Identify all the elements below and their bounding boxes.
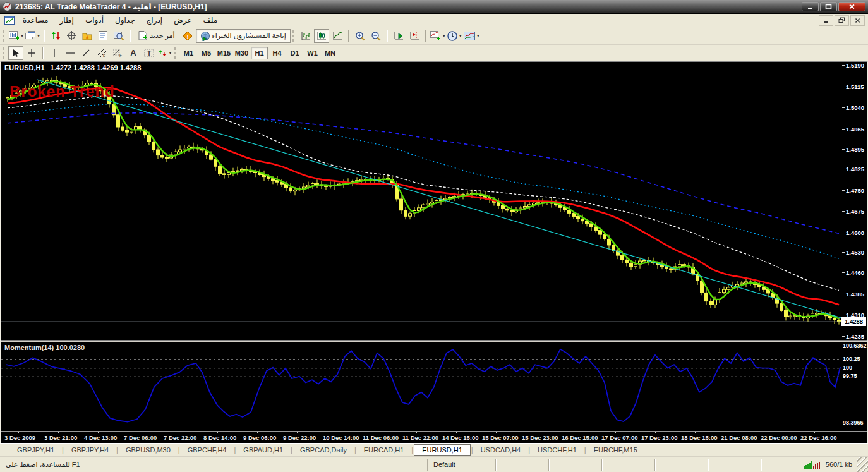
time-label: 8 Dec 14:00: [203, 434, 236, 441]
price-tick: 1.4675: [846, 208, 864, 215]
price-tick: 1.5040: [846, 104, 864, 111]
toolbar-grip[interactable]: [174, 47, 177, 59]
toolbar-grip[interactable]: [292, 30, 295, 42]
auto-scroll-button[interactable]: [391, 29, 406, 43]
toolbar-separator: [130, 30, 131, 42]
timeframe-mn[interactable]: MN: [322, 47, 339, 59]
expert-advisors-button[interactable]: إتاحة المستشارون الخبراء: [196, 29, 291, 43]
mdi-minimize-button[interactable]: [819, 15, 833, 26]
price-axis[interactable]: 1.51901.51151.50401.49651.48951.48251.47…: [841, 62, 867, 340]
mdi-restore-icon: [838, 17, 845, 23]
timeframe-m30[interactable]: M30: [233, 47, 250, 59]
chart-shift-icon: [409, 31, 419, 40]
time-tick: [178, 432, 178, 433]
menu-item[interactable]: عرض: [168, 15, 197, 26]
fibonacci-button[interactable]: F: [110, 46, 125, 60]
indicators-button[interactable]: ▾: [430, 29, 446, 43]
tab-gbpjpy-h1[interactable]: GBPJPY,H1: [10, 445, 61, 455]
menu-item[interactable]: أدوات: [80, 15, 109, 26]
timeframe-w1[interactable]: W1: [304, 47, 321, 59]
time-tick: [814, 432, 815, 433]
cursor-button[interactable]: [8, 46, 23, 60]
tab-eurchf-m15[interactable]: EURCHF,M15: [587, 445, 644, 455]
tab-gbpaud-h1[interactable]: GBPAUD,H1: [236, 445, 290, 455]
mdi-window-controls: [819, 15, 866, 26]
time-label: 4 Dec 13:00: [84, 434, 117, 441]
metaeditor-button[interactable]: !: [180, 29, 195, 43]
strategy-tester-button[interactable]: [111, 29, 126, 43]
terminal-button[interactable]: [95, 29, 111, 43]
bar-chart-button[interactable]: [298, 29, 313, 43]
time-label: 15 Dec 07:00: [482, 434, 519, 441]
chart-shift-button[interactable]: [407, 29, 422, 43]
line-chart-icon: [332, 31, 342, 40]
momentum-panel[interactable]: Momentum(14) 100.0280: [1, 342, 841, 431]
menu-item[interactable]: جداول: [109, 15, 141, 26]
text-button[interactable]: A: [126, 46, 141, 60]
broken-trend-annotation[interactable]: Broken Trend: [9, 83, 115, 100]
tab-gbpcad-daily[interactable]: GBPCAD,Daily: [293, 445, 354, 455]
svg-text:F: F: [119, 53, 122, 57]
profiles-button[interactable]: ▾: [25, 29, 40, 43]
tab-eurusd-h1[interactable]: EURUSD,H1: [414, 444, 471, 456]
new-chart-button[interactable]: ▾: [8, 29, 24, 43]
candlestick-chart-button[interactable]: [314, 29, 329, 43]
tab-usdchf-h1[interactable]: USDCHF,H1: [531, 445, 584, 455]
mdi-close-button[interactable]: [850, 15, 865, 26]
timeframe-m5[interactable]: M5: [198, 47, 215, 59]
equidistant-channel-button[interactable]: E: [94, 46, 109, 60]
tab-eurcad-h1[interactable]: EURCAD,H1: [357, 445, 411, 455]
new-chart-icon: [9, 31, 19, 40]
zoom-in-button[interactable]: [353, 29, 368, 43]
timeframe-m15[interactable]: M15: [215, 47, 232, 59]
window-title: 213685: AL Trade MetaTrader 4 - أهلية - …: [15, 3, 799, 11]
navigator-icon: ★: [82, 32, 92, 40]
tab-gbpusd-m30[interactable]: GBPUSD,M30: [119, 445, 178, 455]
main-chart-plot[interactable]: EURUSD,H1 1.4272 1.4288 1.4269 1.4288 Br…: [1, 62, 841, 340]
time-label: 7 Dec 06:00: [124, 434, 157, 441]
market-watch-button[interactable]: [48, 29, 63, 43]
menu-item[interactable]: إطار: [54, 15, 80, 26]
maximize-button[interactable]: [820, 2, 837, 11]
price-tick: 1.4600: [846, 229, 864, 236]
momentum-tick: 100.25: [843, 356, 860, 362]
time-label: 10 Dec 14:00: [323, 434, 359, 441]
timeframe-h1[interactable]: H1: [251, 47, 268, 59]
zoom-out-button[interactable]: [368, 29, 383, 43]
close-button[interactable]: [838, 2, 865, 11]
vertical-line-button[interactable]: [47, 46, 62, 60]
arrows-button[interactable]: ▾: [157, 46, 172, 60]
minimize-button[interactable]: [802, 2, 819, 11]
toolbar-separator: [44, 30, 45, 42]
standard-toolbar: ▾ ▾ ★ أمر جديد ! إتاحة المستشارون الخبرا…: [0, 27, 868, 45]
timeframe-d1[interactable]: D1: [286, 47, 303, 59]
time-label: 11 Dec 06:00: [363, 434, 399, 441]
resize-grip[interactable]: [857, 457, 868, 472]
timeframe-m1[interactable]: M1: [180, 47, 197, 59]
text-label-button[interactable]: T: [142, 46, 157, 60]
mdi-restore-button[interactable]: [835, 15, 849, 26]
toolbar-grip[interactable]: [3, 47, 5, 59]
time-axis[interactable]: 3 Dec 20093 Dec 21:004 Dec 13:007 Dec 06…: [1, 431, 841, 443]
tab-gbpjpy-h4[interactable]: GBPJPY,H4: [64, 445, 116, 455]
menu-bar: مساعدةإطارأدواتجداولإدراجعرضملف: [0, 14, 868, 27]
time-tick: [735, 432, 735, 433]
menu-item[interactable]: ملف: [197, 15, 223, 26]
templates-button[interactable]: ▾: [463, 29, 480, 43]
menu-item[interactable]: إدراج: [141, 15, 169, 26]
tab-usdcad-h4[interactable]: USDCAD,H4: [474, 445, 528, 455]
dropdown-arrow-icon: ▾: [169, 50, 171, 56]
horizontal-line-button[interactable]: [63, 46, 78, 60]
menu-item[interactable]: مساعدة: [17, 15, 54, 26]
crosshair-button[interactable]: [24, 46, 39, 60]
toolbar-grip[interactable]: [3, 30, 5, 42]
tab-gbpchf-h4[interactable]: GBPCHF,H4: [181, 445, 234, 455]
line-chart-button[interactable]: [330, 29, 345, 43]
trendline-button[interactable]: [78, 46, 93, 60]
new-order-button[interactable]: أمر جديد: [134, 29, 179, 43]
timeframe-h4[interactable]: H4: [268, 47, 286, 59]
navigator-button[interactable]: ★: [80, 29, 95, 43]
periods-button[interactable]: ▾: [447, 29, 462, 43]
price-tick: 1.4235: [846, 333, 864, 340]
data-window-button[interactable]: [64, 29, 79, 43]
